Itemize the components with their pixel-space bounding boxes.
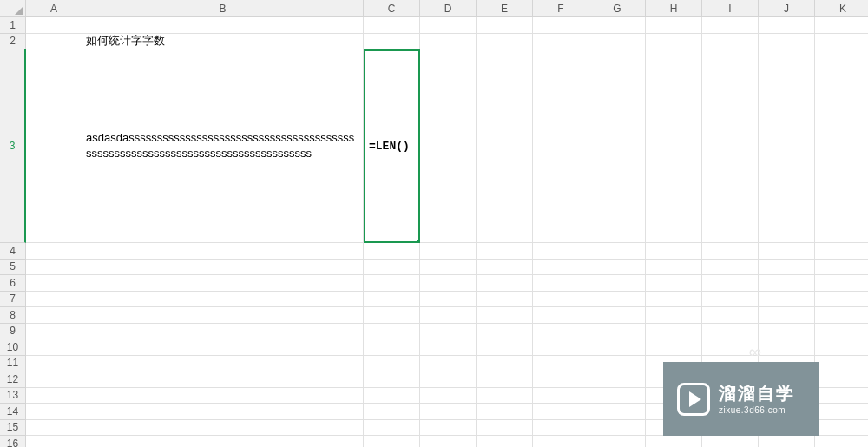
cell-F8[interactable] — [533, 307, 589, 324]
cell-J7[interactable] — [759, 292, 815, 308]
cell-I7[interactable] — [702, 292, 759, 308]
cell-G7[interactable] — [589, 292, 646, 308]
row-header-6[interactable]: 6 — [0, 275, 26, 292]
cell-F2[interactable] — [533, 34, 589, 50]
cell-K16[interactable] — [815, 436, 868, 447]
cell-G15[interactable] — [589, 420, 646, 437]
cell-K12[interactable] — [815, 371, 868, 388]
cell-A4[interactable] — [26, 243, 82, 260]
cell-E2[interactable] — [477, 34, 533, 50]
cell-K1[interactable] — [815, 17, 868, 34]
cell-F16[interactable] — [533, 436, 589, 447]
cell-F10[interactable] — [533, 339, 589, 356]
cell-E7[interactable] — [477, 292, 533, 308]
row-header-13[interactable]: 13 — [0, 388, 26, 404]
cell-B14[interactable] — [82, 404, 364, 420]
cell-G8[interactable] — [589, 307, 646, 324]
cell-E10[interactable] — [477, 339, 533, 356]
row-header-14[interactable]: 14 — [0, 404, 26, 420]
col-header-G[interactable]: G — [589, 0, 646, 17]
cell-I3[interactable] — [702, 49, 759, 243]
cell-H6[interactable] — [646, 275, 702, 292]
cell-I8[interactable] — [702, 307, 759, 324]
cell-B10[interactable] — [82, 339, 364, 356]
row-header-15[interactable]: 15 — [0, 420, 26, 437]
cell-K8[interactable] — [815, 307, 868, 324]
cell-I5[interactable] — [702, 260, 759, 276]
cell-E9[interactable] — [477, 324, 533, 340]
cell-C9[interactable] — [364, 324, 420, 340]
cell-D7[interactable] — [420, 292, 477, 308]
cell-A2[interactable] — [26, 34, 82, 50]
cell-H2[interactable] — [646, 34, 702, 50]
cell-G10[interactable] — [589, 339, 646, 356]
cell-H5[interactable] — [646, 260, 702, 276]
cell-A6[interactable] — [26, 275, 82, 292]
cell-C12[interactable] — [364, 371, 420, 388]
cell-G9[interactable] — [589, 324, 646, 340]
cell-F3[interactable] — [533, 49, 589, 243]
cell-K14[interactable] — [815, 404, 868, 420]
cell-F11[interactable] — [533, 356, 589, 372]
cell-J6[interactable] — [759, 275, 815, 292]
cell-C13[interactable] — [364, 388, 420, 404]
cell-B1[interactable] — [82, 17, 364, 34]
cell-J16[interactable] — [759, 436, 815, 447]
row-header-11[interactable]: 11 — [0, 356, 26, 372]
cell-C1[interactable] — [364, 17, 420, 34]
cell-D8[interactable] — [420, 307, 477, 324]
cell-A9[interactable] — [26, 324, 82, 340]
cell-D1[interactable] — [420, 17, 477, 34]
cell-E12[interactable] — [477, 371, 533, 388]
cell-C16[interactable] — [364, 436, 420, 447]
cell-B7[interactable] — [82, 292, 364, 308]
cell-K10[interactable] — [815, 339, 868, 356]
cell-B3[interactable]: asdasdasssssssssssssssssssssssssssssssss… — [82, 49, 364, 243]
cell-G16[interactable] — [589, 436, 646, 447]
row-header-10[interactable]: 10 — [0, 339, 26, 356]
row-header-7[interactable]: 7 — [0, 292, 26, 308]
cell-K9[interactable] — [815, 324, 868, 340]
cell-B16[interactable] — [82, 436, 364, 447]
cell-F5[interactable] — [533, 260, 589, 276]
cell-B13[interactable] — [82, 388, 364, 404]
cell-B5[interactable] — [82, 260, 364, 276]
cell-C10[interactable] — [364, 339, 420, 356]
cell-H8[interactable] — [646, 307, 702, 324]
cell-H7[interactable] — [646, 292, 702, 308]
cell-D12[interactable] — [420, 371, 477, 388]
cell-J10[interactable] — [759, 339, 815, 356]
col-header-J[interactable]: J — [759, 0, 815, 17]
cell-A7[interactable] — [26, 292, 82, 308]
cell-A3[interactable] — [26, 49, 82, 243]
cell-C15[interactable] — [364, 420, 420, 437]
cell-C7[interactable] — [364, 292, 420, 308]
cell-G12[interactable] — [589, 371, 646, 388]
cell-A1[interactable] — [26, 17, 82, 34]
cell-E11[interactable] — [477, 356, 533, 372]
cell-G6[interactable] — [589, 275, 646, 292]
cell-D3[interactable] — [420, 49, 477, 243]
cell-G2[interactable] — [589, 34, 646, 50]
cell-B9[interactable] — [82, 324, 364, 340]
cell-H10[interactable] — [646, 339, 702, 356]
cell-C8[interactable] — [364, 307, 420, 324]
cell-I16[interactable] — [702, 436, 759, 447]
col-header-I[interactable]: I — [702, 0, 759, 17]
cell-F7[interactable] — [533, 292, 589, 308]
col-header-F[interactable]: F — [533, 0, 589, 17]
cell-A11[interactable] — [26, 356, 82, 372]
row-header-12[interactable]: 12 — [0, 371, 26, 388]
cell-J8[interactable] — [759, 307, 815, 324]
cell-C3-editing[interactable]: =LEN() — [364, 49, 420, 243]
cell-C4[interactable] — [364, 243, 420, 260]
cell-H4[interactable] — [646, 243, 702, 260]
cell-A13[interactable] — [26, 388, 82, 404]
cell-G1[interactable] — [589, 17, 646, 34]
cell-B11[interactable] — [82, 356, 364, 372]
cell-K5[interactable] — [815, 260, 868, 276]
row-header-1[interactable]: 1 — [0, 17, 26, 34]
cell-D4[interactable] — [420, 243, 477, 260]
cell-D10[interactable] — [420, 339, 477, 356]
cell-K2[interactable] — [815, 34, 868, 50]
